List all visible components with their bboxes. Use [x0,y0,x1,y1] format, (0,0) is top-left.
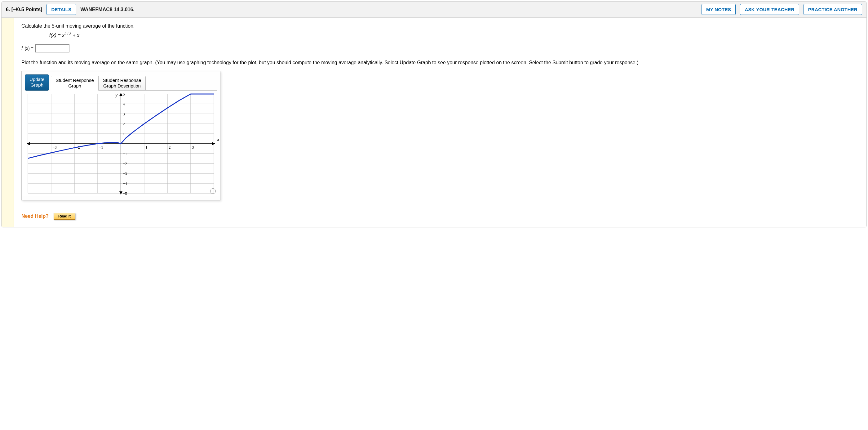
prompt-text-2: Plot the function and its moving average… [21,59,859,66]
practice-another-button[interactable]: PRACTICE ANOTHER [804,4,862,15]
question-number: 6. [–/0.5 Points] [6,7,42,12]
left-margin-strip [2,18,14,227]
info-icon[interactable]: i [210,188,216,194]
svg-text:2: 2 [123,122,125,126]
svg-text:−4: −4 [123,181,127,186]
svg-text:y: y [115,92,118,97]
svg-marker-25 [119,192,122,195]
svg-text:−3: −3 [52,145,57,149]
read-it-button[interactable]: Read It [54,213,75,220]
need-help-row: Need Help? Read It [21,213,859,220]
svg-marker-23 [27,142,30,145]
plot-area: xy−3−2−112354321−1−2−3−4−5 i [22,91,220,196]
svg-text:1: 1 [123,132,125,136]
svg-marker-22 [212,142,215,145]
details-button[interactable]: DETAILS [46,4,76,15]
svg-text:3: 3 [123,112,125,116]
function-formula: f(x) = x2 / 3 + x [21,32,859,38]
svg-text:−5: −5 [123,191,127,196]
tab-student-response-description[interactable]: Student ResponseGraph Description [98,76,146,91]
need-help-label: Need Help? [21,213,49,219]
svg-text:−2: −2 [123,161,127,166]
graph-panel: UpdateGraph Student ResponseGraph Studen… [21,71,220,200]
moving-average-input[interactable] [35,45,69,52]
question-header: 6. [–/0.5 Points] DETAILS WANEFMAC8 14.3… [2,2,866,18]
ask-teacher-button[interactable]: ASK YOUR TEACHER [740,4,799,15]
svg-text:−1: −1 [99,145,103,149]
svg-text:2: 2 [168,145,171,149]
fbar-label: f [21,46,23,51]
update-graph-button[interactable]: UpdateGraph [25,75,49,91]
prompt-text-1: Calculate the 5-unit moving average of t… [21,23,859,29]
svg-text:4: 4 [123,102,125,107]
my-notes-button[interactable]: MY NOTES [702,4,736,15]
svg-text:−1: −1 [123,151,127,156]
svg-text:1: 1 [145,145,148,149]
svg-text:−3: −3 [123,171,127,176]
svg-marker-24 [119,93,122,96]
question-code: WANEFMAC8 14.3.016. [81,7,134,12]
svg-text:3: 3 [192,145,194,149]
svg-text:5: 5 [123,92,125,96]
svg-text:x: x [217,137,219,142]
plot-svg: xy−3−2−112354321−1−2−3−4−5 [22,91,220,196]
tab-student-response-graph[interactable]: Student ResponseGraph [51,76,98,91]
fbar-rest: (x) = [25,46,33,51]
